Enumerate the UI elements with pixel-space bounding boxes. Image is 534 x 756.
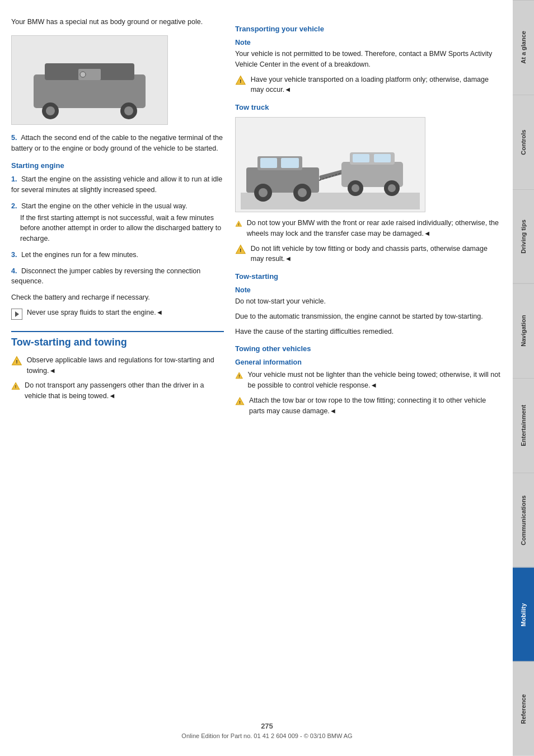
tow-truck-warning-2: ! Do not lift vehicle by tow fitting or … <box>235 244 502 265</box>
vehicle-image <box>11 35 168 125</box>
footer-text: Online Edition for Part no. 01 41 2 604 … <box>181 732 352 739</box>
left-column: Your BMW has a special nut as body groun… <box>11 17 224 745</box>
tow-starting-note-2: Due to the automatic transmission, the e… <box>235 311 502 322</box>
svg-text:!: ! <box>15 385 16 390</box>
svg-text:!: ! <box>16 359 17 365</box>
transporting-warning-block: ! Have your vehicle transported on a loa… <box>235 74 502 96</box>
svg-point-22 <box>259 188 268 197</box>
side-tab-controls[interactable]: Controls <box>513 95 534 189</box>
towing-warning-1-text: Observe applicable laws and regulations … <box>27 355 224 376</box>
general-warning-2-text: Attach the tow bar or tow rope to the to… <box>249 395 502 417</box>
transporting-warning-text: Have your vehicle transported on a loadi… <box>251 74 502 96</box>
general-warning-1-text: Your vehicle must not be lighter than th… <box>248 370 502 391</box>
towing-warning-2: ! Do not transport any passengers other … <box>11 380 224 402</box>
side-tab-entertainment[interactable]: Entertainment <box>513 378 534 473</box>
tow-truck-warning-1: ! Do not tow your BMW with the front or … <box>235 218 502 239</box>
right-column: Transporting your vehicle Note Your vehi… <box>235 17 502 745</box>
step-2: 2. Start the engine on the other vehicle… <box>11 201 224 244</box>
side-tab-navigation[interactable]: Navigation <box>513 283 534 378</box>
svg-rect-20 <box>281 158 299 168</box>
general-warning-1: ! Your vehicle must not be lighter than … <box>235 370 502 391</box>
svg-text:!: ! <box>238 374 240 378</box>
side-tab-driving-tips[interactable]: Driving tips <box>513 189 534 284</box>
tow-truck-warning-1-text: Do not tow your BMW with the front or re… <box>247 218 502 239</box>
step-5-num: 5. <box>11 134 17 142</box>
step-4: 4. Disconnect the jumper cables by rever… <box>11 266 224 287</box>
side-tab-reference[interactable]: Reference <box>513 661 534 756</box>
warning-triangle-icon-2: ! <box>11 380 20 393</box>
side-navigation: At a glance Controls Driving tips Naviga… <box>513 0 534 756</box>
step-4-num: 4. <box>11 267 17 275</box>
side-tab-at-a-glance[interactable]: At a glance <box>513 0 534 95</box>
step-2-num: 2. <box>11 202 17 210</box>
svg-point-33 <box>388 184 396 192</box>
intro-text: Your BMW has a special nut as body groun… <box>11 17 224 27</box>
side-tab-mobility[interactable]: Mobility <box>513 567 534 662</box>
step-5: 5. Attach the second end of the cable to… <box>11 133 224 154</box>
tow-truck-heading: Tow truck <box>235 103 502 111</box>
transporting-note-label: Note <box>235 39 502 46</box>
svg-text:!: ! <box>238 223 239 226</box>
svg-point-7 <box>80 72 86 77</box>
svg-text:!: ! <box>239 399 241 404</box>
warning-triangle-icon-gen1: ! <box>235 370 243 382</box>
never-spray-block: Never use spray fluids to start the engi… <box>11 307 224 320</box>
never-spray-text: Never use spray fluids to start the engi… <box>27 307 163 318</box>
check-battery-text: Check the battery and recharge if necess… <box>11 292 224 303</box>
tow-starting-note-3: Have the cause of the starting difficult… <box>235 326 502 337</box>
page-footer: 275 Online Edition for Part no. 01 41 2 … <box>181 722 352 739</box>
tow-starting-heading: Tow-starting <box>235 272 502 281</box>
towing-warning-2-text: Do not transport any passengers other th… <box>25 380 224 402</box>
tow-starting-note-1: Do not tow-start your vehicle. <box>235 296 502 307</box>
transporting-heading: Transporting your vehicle <box>235 25 502 33</box>
step-1: 1. Start the engine on the assisting veh… <box>11 174 224 195</box>
svg-rect-19 <box>260 158 277 168</box>
svg-rect-28 <box>353 154 369 162</box>
svg-point-5 <box>124 106 133 115</box>
arrow-right-icon <box>11 309 22 320</box>
step-3: 3. Let the engines run for a few minutes… <box>11 250 224 260</box>
warning-triangle-icon-tow1: ! <box>235 218 242 230</box>
svg-marker-9 <box>15 311 19 317</box>
page-number: 275 <box>181 722 352 730</box>
transporting-note-text: Your vehicle is not permitted to be towe… <box>235 49 502 70</box>
svg-rect-29 <box>374 154 391 162</box>
svg-point-4 <box>46 106 55 115</box>
warning-triangle-icon-gen2: ! <box>235 395 245 408</box>
step-1-num: 1. <box>11 175 17 183</box>
tow-starting-towing-heading: Tow-starting and towing <box>11 331 224 348</box>
svg-text:!: ! <box>240 78 241 84</box>
tow-truck-warning-2-text: Do not lift vehicle by tow fitting or bo… <box>251 244 502 265</box>
tow-truck-svg <box>241 120 420 209</box>
svg-text:!: ! <box>240 248 241 253</box>
svg-point-24 <box>298 188 307 197</box>
general-info-heading: General information <box>235 358 502 366</box>
warning-triangle-icon-transport: ! <box>235 74 246 87</box>
tow-truck-image <box>235 117 425 212</box>
towing-other-heading: Towing other vehicles <box>235 344 502 353</box>
warning-triangle-icon-tow2: ! <box>235 244 246 256</box>
side-tab-communications[interactable]: Communications <box>513 473 534 567</box>
warning-triangle-icon-1: ! <box>11 355 22 367</box>
step-3-num: 3. <box>11 251 17 259</box>
tow-starting-note-label: Note <box>235 286 502 294</box>
towing-warning-1: ! Observe applicable laws and regulation… <box>11 355 224 376</box>
starting-engine-heading: Starting engine <box>11 161 224 170</box>
svg-point-31 <box>352 184 359 192</box>
general-warning-2: ! Attach the tow bar or tow rope to the … <box>235 395 502 417</box>
